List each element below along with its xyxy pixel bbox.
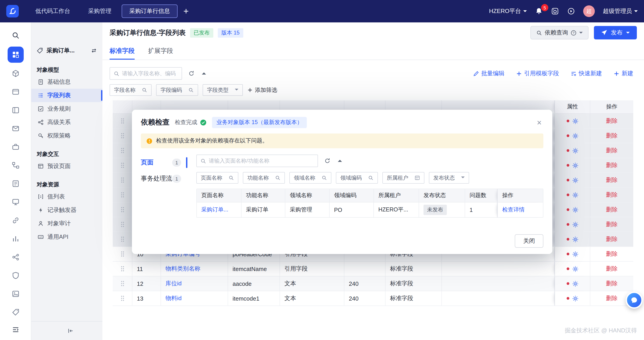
filter-chip-domain-code[interactable]: 领域编码 <box>336 172 378 184</box>
field-settings-button[interactable] <box>572 236 578 243</box>
sidebar-item-field-list[interactable]: 字段列表 <box>31 89 102 102</box>
drag-handle[interactable] <box>113 262 132 276</box>
filter-chip-field-type[interactable]: 字段类型 <box>202 84 243 96</box>
tab-workbench[interactable]: 低代码工作台 <box>28 5 78 18</box>
field-name-link[interactable]: 物料类别名称 <box>166 265 200 273</box>
field-settings-button[interactable] <box>572 206 578 213</box>
delete-link[interactable]: 删除 <box>606 117 618 125</box>
rail-item-workbench-active[interactable] <box>8 47 24 63</box>
sidebar-item-permission-policy[interactable]: 权限策略 <box>31 129 102 142</box>
tab-extended-fields[interactable]: 扩展字段 <box>148 47 173 60</box>
drag-handle[interactable] <box>113 217 132 232</box>
batch-edit-button[interactable]: 批量编辑 <box>473 69 504 78</box>
rail-item-screens[interactable] <box>0 193 31 211</box>
rail-collapse-button[interactable] <box>0 323 31 336</box>
field-settings-button[interactable] <box>572 192 578 198</box>
drag-handle[interactable] <box>113 188 132 202</box>
drag-handle[interactable] <box>113 143 132 158</box>
delete-link[interactable]: 删除 <box>606 146 618 154</box>
rail-item-processes[interactable] <box>0 248 31 266</box>
drag-handle[interactable] <box>113 128 132 143</box>
drag-handle[interactable] <box>113 247 132 261</box>
modal-nav-transaction-flows[interactable]: 事务处理流 1 <box>141 171 188 187</box>
modal-close-button[interactable]: 关闭 <box>515 234 544 248</box>
delete-link[interactable]: 删除 <box>606 161 618 169</box>
notification-button[interactable]: 5 <box>535 7 543 15</box>
rail-item-components[interactable] <box>0 101 31 119</box>
modal-collapse-filters-button[interactable] <box>337 158 343 164</box>
field-settings-button[interactable] <box>572 177 578 184</box>
field-settings-button[interactable] <box>572 251 578 257</box>
rail-item-models[interactable] <box>0 64 31 82</box>
app-market-button[interactable] <box>551 7 559 15</box>
rail-item-pages[interactable] <box>0 82 31 101</box>
filter-chip-function-name[interactable]: 功能名称 <box>243 172 285 184</box>
drag-handle[interactable] <box>113 203 132 217</box>
dependency-query-button[interactable]: 依赖查询 ? <box>530 26 588 39</box>
field-settings-button[interactable] <box>572 280 578 287</box>
modal-refresh-button[interactable] <box>324 158 330 164</box>
ref-template-field-button[interactable]: 引用模板字段 <box>516 69 559 78</box>
field-settings-button[interactable] <box>572 118 578 124</box>
delete-link[interactable]: 删除 <box>606 279 618 288</box>
field-settings-button[interactable] <box>572 265 578 272</box>
user-menu[interactable]: 超级管理员 <box>603 7 638 15</box>
field-settings-button[interactable] <box>572 132 578 139</box>
delete-link[interactable]: 删除 <box>606 206 618 214</box>
collapse-filters-button[interactable] <box>201 70 207 77</box>
field-settings-button[interactable] <box>572 162 578 169</box>
avatar[interactable]: 超 <box>583 5 595 17</box>
add-tab-button[interactable] <box>180 5 192 17</box>
rail-item-assets[interactable] <box>0 284 31 303</box>
delete-link[interactable]: 删除 <box>606 250 618 258</box>
field-settings-button[interactable] <box>572 221 578 228</box>
sidebar-item-business-rules[interactable]: 业务规则 <box>31 102 102 116</box>
field-settings-button[interactable] <box>572 147 578 154</box>
rail-item-forms[interactable] <box>0 174 31 193</box>
sidebar-item-value-list[interactable]: 值列表 <box>31 190 102 203</box>
filter-chip-publish-status[interactable]: 发布状态 <box>429 172 469 184</box>
rail-item-messages[interactable] <box>0 119 31 137</box>
filter-chip-tenant[interactable]: 所属租户 <box>382 172 424 184</box>
delete-link[interactable]: 删除 <box>606 220 618 228</box>
delete-link[interactable]: 删除 <box>606 265 618 273</box>
add-filter-button[interactable]: 添加筛选 <box>247 86 277 94</box>
sidebar-item-object-audit[interactable]: 对象审计 <box>31 217 102 230</box>
modal-nav-pages[interactable]: 页面 1 <box>141 154 188 171</box>
rail-item-connectors[interactable] <box>0 211 31 229</box>
delete-link[interactable]: 删除 <box>606 235 618 243</box>
refresh-button[interactable] <box>188 70 194 77</box>
drag-handle[interactable] <box>113 158 132 173</box>
rail-item-flows[interactable] <box>0 156 31 174</box>
rail-item-security[interactable] <box>0 266 31 284</box>
drag-handle[interactable] <box>113 291 132 305</box>
app-logo[interactable] <box>6 5 19 18</box>
filter-chip-page-name[interactable]: 页面名称 <box>196 172 238 184</box>
version-link[interactable]: 业务对象版本 15（最新发布版本） <box>212 117 307 128</box>
tab-po-line-info[interactable]: 采购订单行信息 <box>122 5 178 18</box>
filter-chip-field-name[interactable]: 字段名称 <box>110 84 152 96</box>
field-search-input[interactable] <box>122 70 178 77</box>
switch-object-button[interactable] <box>91 48 97 54</box>
rail-item-tags[interactable] <box>0 303 31 321</box>
field-settings-button[interactable] <box>572 295 578 302</box>
global-search-button[interactable] <box>0 26 31 44</box>
drag-handle[interactable] <box>113 276 132 291</box>
platform-switcher[interactable]: HZERO平台 <box>489 7 527 15</box>
sidebar-item-preset-pages[interactable]: 预设页面 <box>31 159 102 173</box>
tab-standard-fields[interactable]: 标准字段 <box>110 47 134 60</box>
sidebar-item-basic-info[interactable]: 基础信息 <box>31 75 102 89</box>
chat-fab-button[interactable] <box>626 292 643 309</box>
delete-link[interactable]: 删除 <box>606 132 618 140</box>
help-video-button[interactable] <box>567 7 575 15</box>
filter-chip-domain-name[interactable]: 领域名称 <box>289 172 332 184</box>
rail-item-charts[interactable] <box>0 229 31 248</box>
check-detail-link[interactable]: 检查详情 <box>502 206 524 214</box>
delete-link[interactable]: 删除 <box>606 191 618 199</box>
sidebar-item-common-api[interactable]: API 通用API <box>31 230 102 244</box>
sidebar-item-advanced-relations[interactable]: 高级关系 <box>31 116 102 129</box>
page-name-link[interactable]: 采购订单... <box>201 206 228 214</box>
delete-link[interactable]: 删除 <box>606 294 618 302</box>
quick-create-button[interactable]: 快速新建 <box>571 69 602 78</box>
drag-handle[interactable] <box>113 232 132 246</box>
